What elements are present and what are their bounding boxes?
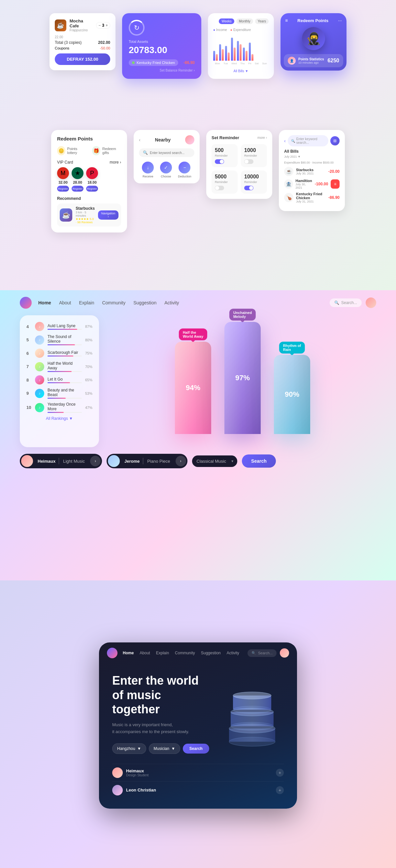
cylinder-visual (219, 677, 285, 750)
tab-weeks[interactable]: Weeks (219, 19, 234, 24)
music-top-search[interactable]: 🔍 Search... (330, 299, 362, 307)
bar-label-cyan: Rhythm ofRain (279, 342, 305, 353)
dark-nav-home[interactable]: Home (123, 651, 134, 655)
music-nav-items: Home About Explain Community Suggestion … (38, 299, 179, 307)
all-bills-link[interactable]: All Bills ▼ (234, 69, 249, 73)
assets-ring-icon: ↻ (129, 20, 145, 36)
rec-meta: 3 km · 5 minutes (76, 211, 95, 217)
pill-arrow-2[interactable]: › (175, 456, 186, 466)
dark-logo (107, 648, 117, 658)
hamiltion-bill-icon: 🏦 (284, 179, 293, 189)
add-heimaux-button[interactable]: + (276, 769, 284, 777)
coffee-price-display: 22.00 (55, 35, 110, 39)
choose-btn[interactable]: ✓ Choose (160, 162, 172, 178)
bar-unchained: UnchainedMelody 97% (224, 322, 261, 434)
dark-search-bar[interactable]: 🔍 Search... (248, 649, 277, 657)
total-label: Total (3 copies) (55, 40, 82, 45)
user-leon: Leon Christian + (112, 781, 284, 799)
qty-minus[interactable]: − (98, 23, 101, 28)
rank-9: 9 ♪ Beauty and the Beast 53% (26, 388, 92, 399)
kfc-amount: -86.90 (328, 195, 340, 200)
search-button[interactable]: Search (242, 455, 276, 468)
assets-neg: -86.90 (183, 60, 195, 65)
dark-nav-about[interactable]: About (140, 651, 150, 655)
delete-bill-button[interactable]: ≡ (331, 179, 340, 189)
dark-nav-activity[interactable]: Activity (227, 651, 239, 655)
reminder-5000: 5000 Reminder (211, 170, 237, 194)
kfc-bill-icon: 🍗 (284, 193, 293, 202)
starbucks-bill-icon: ☕ (284, 167, 293, 176)
musician-dropdown[interactable]: Musician ▼ (149, 743, 180, 754)
dark-user-list: Heimaux Design Student + Leon Christian … (99, 764, 297, 809)
rank-10: 10 ♪ Yesterday Once More 47% (26, 402, 92, 413)
pill-avatar-2 (108, 455, 120, 467)
nav-suggestion[interactable]: Suggestion (133, 299, 157, 307)
music-main-content: 4 ♪ Auld Lang Syne 87% 5 ♪ The Sound of … (0, 315, 396, 454)
search-pill-user2[interactable]: Jerome Piano Piece › (107, 454, 188, 468)
bills-filter-button[interactable]: ⊞ (330, 136, 340, 146)
deduction-btn[interactable]: − Deduction (178, 162, 191, 178)
quantity-control[interactable]: − 3 + (96, 22, 110, 29)
nearby-search-input[interactable] (150, 151, 192, 155)
chart-bars (213, 34, 268, 61)
toggle-10000[interactable] (244, 186, 253, 190)
menu-icon[interactable]: ≡ (285, 18, 288, 23)
nav-activity[interactable]: Activity (164, 299, 179, 307)
navigation-button[interactable]: Navigation › (98, 210, 118, 220)
dark-nav-suggestion[interactable]: Suggestion (201, 651, 221, 655)
hangzhou-dropdown[interactable]: Hangzhou ▼ (112, 743, 146, 754)
register-sbx-button[interactable]: Register (72, 186, 84, 192)
bills-period[interactable]: July 2021 ▼ (284, 155, 340, 158)
tab-monthly[interactable]: Monthly (236, 19, 253, 24)
set-balance-reminder[interactable]: Set Balance Reminder › (129, 69, 195, 72)
vip-more[interactable]: more › (110, 160, 121, 164)
starbucks-logo: ★ (72, 167, 84, 179)
dark-search-button[interactable]: Search (183, 744, 209, 753)
tab-years[interactable]: Years (255, 19, 268, 24)
toggle-5000[interactable] (215, 186, 224, 190)
user-avatar-sm: 👤 (288, 57, 296, 65)
chart-3d-area: Half theWorld Away 94% UnchainedMelody 9… (109, 315, 376, 447)
dark-nav: Home About Explain Community Suggestion … (99, 643, 297, 663)
register-phut-button[interactable]: Register (86, 186, 98, 192)
bills-back-button[interactable]: ‹ (284, 138, 286, 144)
receive-btn[interactable]: ↓ Receive (142, 162, 154, 178)
disc-icon: ♪ (35, 349, 44, 358)
pill-arrow-1[interactable]: › (90, 456, 101, 466)
nav-about[interactable]: About (59, 299, 71, 307)
nearby-title: Nearby (155, 137, 171, 143)
dark-nav-explain[interactable]: Explain (156, 651, 169, 655)
disc-icon: ♪ (35, 322, 44, 331)
bills-card: ‹ 🔍 Enter keyword search... ⊞ All Bills … (279, 130, 345, 211)
reminder-more[interactable]: more › (257, 136, 267, 140)
defray-button[interactable]: DEFRAY 152.00 (55, 54, 110, 65)
add-leon-button[interactable]: + (276, 786, 284, 794)
nav-community[interactable]: Community (102, 299, 125, 307)
rankings-list: 4 ♪ Auld Lang Syne 87% 5 ♪ The Sound of … (20, 315, 99, 447)
classical-music-dropdown[interactable]: Classical Music ▼ (192, 456, 237, 467)
disc-icon: ♪ (35, 389, 44, 398)
reminder-500: 500 Reminder (211, 144, 237, 167)
pill-avatar-1 (21, 455, 33, 467)
toggle-500[interactable] (215, 159, 224, 164)
rd-redeem-gifts[interactable]: 🎁 Redeem gifts (92, 146, 121, 155)
dark-nav-items: Home About Explain Community Suggestion … (123, 651, 239, 655)
more-icon[interactable]: ··· (338, 18, 342, 23)
bills-search-bar[interactable]: 🔍 Enter keyword search... (288, 135, 328, 147)
assets-label: Total Assets (129, 39, 195, 43)
dark-nav-community[interactable]: Community (175, 651, 195, 655)
points-value: 6250 (328, 58, 339, 64)
toggle-1000[interactable] (244, 159, 253, 164)
total-amount: 202.00 (98, 40, 110, 45)
register-mcd-button[interactable]: Register (57, 186, 69, 192)
hamiltion-amount: -100.00 (315, 182, 328, 186)
nearby-back[interactable]: ‹ (139, 137, 141, 143)
heimaux-avatar (112, 767, 123, 778)
nav-explain[interactable]: Explain (79, 299, 94, 307)
qty-plus[interactable]: + (106, 23, 108, 28)
nav-home[interactable]: Home (38, 299, 51, 307)
all-rankings-link[interactable]: All Rankings ▼ (26, 416, 92, 421)
rd-points-lottery[interactable]: 🪙 Points lottery (57, 146, 85, 155)
reminder-card: Set Reminder more › 500 Reminder 1000 Re… (206, 130, 272, 199)
search-pill-user1[interactable]: Heimaux Light Music › (20, 454, 102, 468)
